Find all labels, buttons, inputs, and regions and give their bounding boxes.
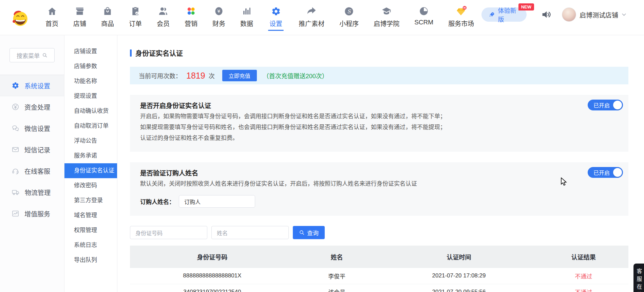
top-bar: 首页 店铺 商品 订单 会员 营销 ¥ 财务 数据 — [0, 0, 644, 35]
search-icon — [299, 230, 305, 235]
nav-item-settings[interactable]: 设置 — [261, 5, 291, 35]
table-header-row: 身份证号码 姓名 认证时间 认证结果 — [130, 246, 628, 268]
submenu-item[interactable]: 店铺参数 — [64, 59, 117, 74]
wechat-icon — [12, 124, 19, 132]
avatar — [562, 7, 576, 22]
col-auth-time: 认证时间 — [379, 246, 538, 268]
submenu-item[interactable]: 第三方登录 — [64, 193, 117, 208]
nav-item-academy[interactable]: 启博学院 — [366, 5, 407, 35]
submenu-item[interactable]: 身份证实名认证 — [64, 163, 117, 178]
desc-line: 开启后，如果购物需要填写身份证号码，会调用接口判断身份证和姓名是否通过实名认证，… — [140, 111, 618, 122]
svg-text:H: H — [463, 6, 466, 9]
submenu-item[interactable]: 修改密码 — [64, 178, 117, 193]
sidebar-item-online-service[interactable]: 在线客服 — [0, 160, 64, 182]
nav-item-finance[interactable]: ¥ 财务 — [205, 5, 233, 35]
cell-auth-result: 不通过 — [539, 268, 628, 284]
nav-item-data[interactable]: 数据 — [233, 5, 261, 35]
nav-item-promo-material[interactable]: 推广素材 — [291, 5, 332, 35]
quota-value: 1819 — [186, 71, 205, 81]
submenu-item[interactable]: 域名管理 — [64, 208, 117, 223]
id-verification-toggle[interactable]: 已开启 — [588, 100, 623, 110]
record-search-row: 身份证号码 姓名 查询 — [130, 226, 628, 239]
cell-auth-time: 2021-07-20 09:55:56 — [379, 284, 538, 292]
laughing-face-logo-icon — [10, 7, 29, 28]
submenu-item[interactable]: 浮动公告 — [64, 133, 117, 148]
pie-chart-icon — [419, 5, 429, 18]
nav-item-home[interactable]: 首页 — [38, 5, 66, 35]
quota-banner: 当前可用次数： 1819 次 立即充值 （首次充值赠送200次） — [130, 67, 628, 84]
sidebar-item-system-settings[interactable]: 系统设置 — [0, 75, 64, 96]
nav-item-shop[interactable]: 店铺 — [66, 5, 94, 35]
sidebar-item-funds[interactable]: 资金处理 — [0, 96, 64, 118]
submenu-item[interactable]: 系统日志 — [64, 238, 117, 253]
submenu-item[interactable]: 自动确认收货 — [64, 104, 117, 119]
members-icon — [158, 5, 168, 18]
primary-sidebar: 搜索菜单 系统设置 资金处理 微信设置 短信记录 在线客服 物流管理 增值服务 — [0, 35, 64, 292]
gem-icon: H — [455, 5, 467, 18]
try-new-version-button[interactable]: 体验新版 NEW — [481, 7, 527, 22]
submenu-item[interactable]: 提现设置 — [64, 89, 117, 104]
desc-line: 如果提现需要填写身份证号码和姓名，也会调用接口判断身份证和姓名是否通过实名认证，… — [140, 122, 618, 133]
desc-line: 默认关闭，关闭时按照收货人姓名来进行身份证实名认证，开启后，将按照订购人姓名来进… — [140, 179, 618, 189]
header-right: 体验新版 NEW 启博测试店铺 — [481, 0, 644, 22]
rocket-icon — [489, 11, 495, 18]
shopping-bag-icon — [103, 5, 112, 18]
gear-icon — [12, 82, 19, 89]
sidebar-item-logistics[interactable]: 物流管理 — [0, 182, 64, 203]
nav-item-marketing[interactable]: 营销 — [177, 5, 205, 35]
sidebar-item-value-added[interactable]: 增值服务 — [0, 203, 64, 224]
announcement-speaker-icon[interactable] — [541, 9, 552, 20]
settings-submenu: 店铺设置店铺参数功能名称提现设置自动确认收货自动取消订单浮动公告服务承诺身份证实… — [64, 35, 117, 292]
submenu-item[interactable]: 导出队列 — [64, 253, 117, 268]
submenu-item[interactable]: 店铺设置 — [64, 44, 117, 59]
new-badge: NEW — [518, 3, 534, 11]
customer-service-tab[interactable]: 客服在线 — [633, 264, 644, 292]
submenu-item[interactable]: 服务承诺 — [64, 148, 117, 163]
nav-item-service-market[interactable]: H 服务市场 — [441, 5, 481, 35]
gear-icon — [271, 5, 281, 18]
cell-id-number: 88888888888888801X — [130, 268, 295, 284]
search-icon — [42, 53, 48, 58]
svg-text:S: S — [347, 8, 351, 14]
account-menu[interactable]: 启博测试店铺 — [562, 7, 627, 22]
submenu-item[interactable]: 自动取消订单 — [64, 119, 117, 133]
clipboard-icon — [131, 5, 140, 18]
trend-chart-icon — [12, 210, 19, 217]
yen-coin-icon: ¥ — [214, 5, 224, 18]
table-body: 88888888888888801X李俊平2021-07-20 17:08:29… — [130, 268, 628, 292]
headset-icon — [12, 167, 19, 175]
name-input[interactable]: 姓名 — [211, 226, 289, 239]
truck-icon — [12, 188, 20, 196]
submenu-item[interactable]: 权限管理 — [64, 223, 117, 238]
col-id-number: 身份证号码 — [130, 246, 295, 268]
share-arrow-icon — [306, 5, 317, 18]
miniprogram-icon: S — [344, 5, 354, 18]
app-logo[interactable] — [10, 7, 29, 29]
orderer-name-toggle[interactable]: 已开启 — [588, 167, 623, 178]
toggle-knob — [613, 101, 622, 109]
id-number-input[interactable]: 身份证号码 — [130, 226, 207, 239]
submenu-item[interactable]: 功能名称 — [64, 74, 117, 89]
sidebar-item-sms[interactable]: 短信记录 — [0, 139, 64, 160]
toggle-knob — [613, 168, 622, 177]
menu-search-block: 搜索菜单 — [0, 35, 64, 75]
nav-item-members[interactable]: 会员 — [149, 5, 177, 35]
query-button[interactable]: 查询 — [293, 226, 325, 239]
orderer-name-input[interactable]: 订购人 — [179, 195, 255, 208]
home-icon — [47, 5, 57, 18]
cell-name: 该会员 — [295, 284, 379, 292]
title-accent-bar — [130, 49, 132, 57]
nav-item-scrm[interactable]: SCRM — [407, 5, 441, 35]
svg-text:¥: ¥ — [217, 8, 220, 14]
cell-auth-time: 2021-07-20 17:08:29 — [379, 268, 538, 284]
storefront-icon — [75, 5, 85, 18]
col-auth-result: 认证结果 — [539, 246, 628, 268]
nav-item-miniprogram[interactable]: S 小程序 — [332, 5, 366, 35]
nav-item-goods[interactable]: 商品 — [94, 5, 121, 35]
nav-item-orders[interactable]: 订单 — [121, 5, 149, 35]
menu-search-input[interactable]: 搜索菜单 — [10, 48, 55, 62]
table-row: 88888888888888801X李俊平2021-07-20 17:08:29… — [130, 268, 628, 284]
recharge-button[interactable]: 立即充值 — [222, 70, 257, 81]
sidebar-item-wechat[interactable]: 微信设置 — [0, 118, 64, 139]
active-tab-underline — [268, 30, 284, 31]
